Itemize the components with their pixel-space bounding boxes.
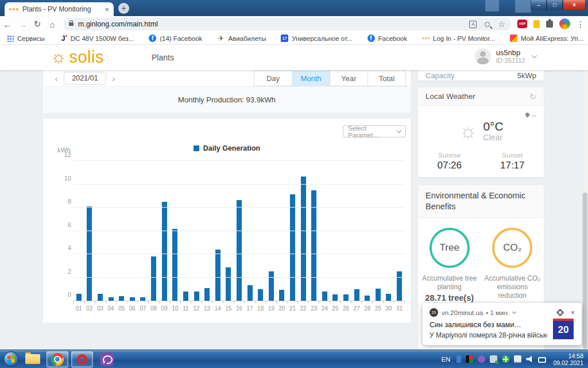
start-button[interactable] [3, 351, 19, 367]
bookmark-item[interactable]: fFacebook [368, 34, 408, 42]
bar-day-08[interactable] [151, 256, 156, 301]
taskbar-clock[interactable]: 14:58 09.02.2021 [553, 352, 583, 366]
extensions-puzzle-icon[interactable] [546, 21, 553, 28]
bar-day-26[interactable] [343, 294, 349, 301]
window-restore-button[interactable]: □ [547, 0, 563, 10]
bar-day-24[interactable] [322, 292, 327, 301]
next-period-button[interactable]: › [110, 74, 118, 83]
bar-day-09[interactable] [162, 202, 167, 301]
url-text[interactable]: m.ginlong.com/main.html [78, 20, 469, 28]
bar-day-16[interactable] [237, 200, 242, 301]
scrollbar-thumb[interactable] [583, 193, 587, 349]
bar-day-13[interactable] [204, 288, 210, 301]
period-tab-total[interactable]: Total [368, 70, 406, 86]
notes-extension-icon[interactable] [533, 20, 540, 28]
bookmark-item[interactable]: ✈Авиабилеты [217, 34, 266, 42]
file-explorer-button[interactable] [22, 351, 44, 367]
opera-taskbar-button[interactable] [71, 351, 93, 367]
bar-day-10[interactable] [172, 229, 177, 301]
tick-mark [309, 301, 320, 304]
bookmark-item[interactable]: 17Универсальное от... [281, 34, 352, 42]
period-tab-year[interactable]: Year [330, 70, 368, 86]
tray-flag-icon[interactable] [466, 355, 473, 363]
bar-day-04[interactable] [109, 297, 114, 301]
translate-icon[interactable]: A [469, 21, 477, 28]
tray-viber-icon[interactable] [478, 355, 485, 363]
tray-antivirus-icon[interactable] [502, 355, 509, 363]
previous-period-button[interactable]: ‹ [52, 74, 60, 83]
bar-day-11[interactable] [183, 292, 188, 301]
home-button-icon[interactable]: ⌂ [45, 20, 60, 29]
tray-tasks-icon[interactable] [514, 355, 521, 363]
bar-day-31[interactable] [397, 271, 402, 301]
bookmark-item[interactable]: f(14) Facebook [149, 34, 202, 42]
bar-day-06[interactable] [130, 297, 135, 301]
bookmark-item[interactable]: Сервисы [7, 35, 45, 42]
forward-button-icon[interactable]: → [15, 20, 30, 29]
tray-app-icon[interactable] [457, 355, 461, 363]
bar-day-22[interactable] [301, 177, 306, 301]
new-tab-button[interactable]: + [118, 3, 129, 14]
chart-card: Select Paramet... Daily Generation kWh 0… [43, 118, 411, 323]
bar-day-12[interactable] [194, 292, 199, 301]
viber-taskbar-button[interactable] [96, 351, 118, 367]
page-scrollbar[interactable] [582, 45, 588, 350]
bookmark-item[interactable]: Log In - PV Monitor... [422, 34, 495, 42]
zoom-icon[interactable] [485, 22, 490, 27]
chevron-down-icon[interactable] [512, 310, 516, 314]
profile-avatar-icon[interactable] [559, 18, 570, 29]
bar-day-25[interactable] [332, 294, 338, 301]
window-close-button[interactable]: × [563, 0, 586, 10]
bookmark-item[interactable]: Мой AliExpress: Уп... [510, 34, 583, 42]
language-indicator[interactable]: EN [441, 356, 450, 363]
select-parameter-dropdown[interactable]: Select Paramet... [343, 125, 406, 137]
bar-day-03[interactable] [98, 294, 103, 301]
bar-day-29[interactable] [376, 289, 381, 301]
notification-settings-icon[interactable] [558, 310, 563, 315]
bookmark-item[interactable]: JDC 48V 1500W без... [60, 34, 134, 42]
period-tab-day[interactable]: Day [254, 70, 292, 86]
x-axis-tick-label: 12 [191, 305, 202, 312]
refresh-icon[interactable]: ↻ [529, 92, 536, 101]
bar-day-14[interactable] [215, 250, 220, 301]
adblock-extension-icon[interactable]: ABP [517, 20, 527, 28]
user-menu[interactable]: us5nbp ID:351112 [475, 48, 536, 64]
period-value[interactable]: 2021/01 [64, 72, 106, 85]
period-tab-month[interactable]: Month [292, 70, 330, 86]
x-axis-tick-label: 25 [330, 305, 341, 312]
bar-day-01[interactable] [76, 294, 82, 301]
window-minimize-button[interactable]: – [531, 0, 547, 10]
reload-button-icon[interactable]: ↻ [30, 19, 45, 29]
bar-slot [308, 161, 319, 301]
bar-day-20[interactable] [279, 290, 284, 301]
bar-day-21[interactable] [290, 194, 295, 301]
bar-day-05[interactable] [119, 296, 124, 301]
chrome-taskbar-button[interactable] [47, 351, 68, 367]
tray-usb-icon[interactable] [490, 355, 497, 363]
notification-body[interactable]: У Маріуполі померла 28-річна військова з… [430, 331, 547, 339]
solis-logo[interactable]: ☼ solis [51, 47, 104, 67]
notification-title[interactable]: Син залишився без мами… [430, 321, 547, 329]
network-icon[interactable] [538, 357, 546, 363]
bar-day-30[interactable] [386, 294, 391, 301]
bar-day-19[interactable] [269, 271, 274, 301]
browser-tab[interactable]: Plants - PV Monitoring × [5, 2, 114, 16]
bookmark-star-icon[interactable]: ☆ [498, 20, 505, 29]
bar-day-17[interactable] [247, 285, 253, 301]
notification-toast[interactable]: 20 vn.20minut.ua • 1 мин. × Син залишивс… [423, 303, 582, 345]
notification-close-icon[interactable]: × [570, 308, 575, 317]
bar-day-27[interactable] [354, 289, 359, 301]
bar-day-07[interactable] [140, 297, 145, 301]
tick-mark [341, 301, 351, 304]
bar-day-15[interactable] [226, 267, 231, 301]
browser-menu-icon[interactable]: ⋮ [577, 20, 585, 29]
bar-day-18[interactable] [258, 289, 263, 301]
monthly-production-banner: Monthly Production: 93.9kWh [43, 86, 411, 113]
address-bar[interactable]: m.ginlong.com/main.html A ☆ [63, 18, 511, 30]
x-axis-tick-label: 14 [212, 305, 223, 312]
volume-icon[interactable] [526, 355, 533, 363]
bar-day-28[interactable] [365, 296, 370, 301]
back-button-icon[interactable]: ← [0, 20, 15, 29]
period-tabs: DayMonthYearTotal [254, 70, 406, 86]
tab-close-icon[interactable]: × [105, 5, 109, 14]
